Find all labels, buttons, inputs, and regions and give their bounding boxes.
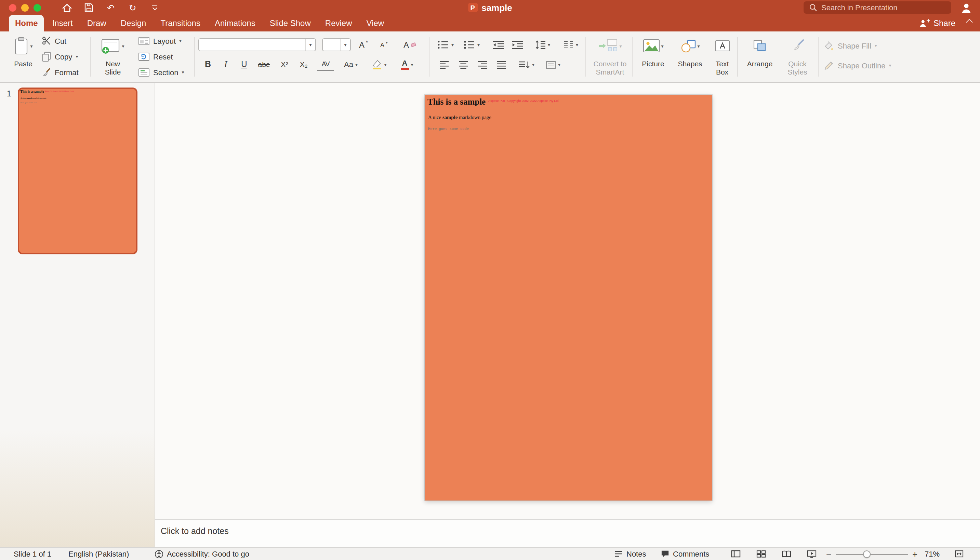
cut-button[interactable]: Cut	[41, 34, 66, 47]
bullets-button[interactable]: ▾	[438, 38, 454, 51]
notes-placeholder[interactable]: Click to add notes	[161, 527, 229, 536]
increase-font-size-button[interactable]: A▾	[359, 38, 368, 51]
zoom-out-button[interactable]: −	[826, 548, 831, 560]
font-size-dropdown-icon[interactable]: ▾	[340, 39, 350, 51]
text-box-button[interactable]: Text Box	[710, 33, 735, 80]
zoom-in-button[interactable]: +	[912, 548, 917, 560]
tab-insert[interactable]: Insert	[46, 15, 79, 32]
bold-button[interactable]: B	[202, 57, 214, 71]
pencil-icon	[823, 60, 834, 71]
home-icon[interactable]	[60, 2, 74, 14]
reading-view-button[interactable]	[782, 548, 791, 560]
clear-formatting-button[interactable]: A	[403, 38, 416, 51]
quick-styles-button[interactable]: Quick Styles	[782, 33, 812, 80]
notes-pane[interactable]: Click to add notes	[155, 519, 980, 547]
picture-dropdown-icon[interactable]: ▾	[661, 43, 663, 48]
align-center-button[interactable]	[458, 58, 468, 71]
increase-indent-button[interactable]	[512, 38, 524, 51]
redo-icon[interactable]: ↻	[126, 2, 140, 14]
notes-icon	[614, 550, 623, 558]
section-icon	[138, 67, 150, 77]
italic-button[interactable]: I	[220, 57, 231, 71]
paste-dropdown-icon[interactable]: ▾	[30, 43, 32, 48]
new-slide-dropdown-icon[interactable]: ▾	[122, 43, 124, 48]
tab-home[interactable]: Home	[9, 15, 44, 32]
align-left-button[interactable]	[439, 58, 449, 71]
subscript-button[interactable]: X₂	[297, 57, 310, 71]
tab-slide-show[interactable]: Slide Show	[263, 15, 317, 32]
status-bar: Slide 1 of 1 English (Pakistan) Accessib…	[0, 547, 980, 560]
layout-button[interactable]: Layout ▾	[138, 34, 182, 47]
paste-button[interactable]: ▾ Paste	[8, 33, 38, 80]
new-slide-button[interactable]: ▾ New Slide	[97, 33, 128, 80]
save-icon[interactable]	[82, 2, 96, 14]
numbering-button[interactable]: ▾	[464, 38, 480, 51]
tab-transitions[interactable]: Transitions	[154, 15, 207, 32]
underline-button[interactable]: U	[238, 57, 250, 71]
zoom-level[interactable]: 71%	[925, 548, 940, 560]
share-button[interactable]: Share	[918, 15, 955, 32]
slide-sorter-view-button[interactable]	[757, 548, 766, 560]
customize-toolbar-chevron-icon[interactable]	[148, 2, 162, 14]
tab-animations[interactable]: Animations	[208, 15, 262, 32]
superscript-button[interactable]: X²	[278, 57, 291, 71]
character-spacing-button[interactable]: AV	[317, 57, 334, 71]
shapes-dropdown-icon[interactable]: ▾	[697, 43, 700, 48]
comments-toggle-button[interactable]: Comments	[661, 548, 709, 560]
highlight-color-button[interactable]: ▾	[368, 57, 390, 71]
collapse-ribbon-icon[interactable]	[967, 20, 972, 25]
document-title: sample	[482, 2, 512, 13]
zoom-window-button[interactable]	[33, 4, 41, 11]
font-name-dropdown-icon[interactable]: ▾	[305, 39, 315, 51]
copy-button[interactable]: Copy ▾	[41, 50, 78, 63]
slide-thumbnail[interactable]: Aspose PDF. Copyright 2002-2022 Aspose P…	[18, 88, 137, 254]
fit-slide-to-window-button[interactable]	[955, 548, 963, 560]
format-painter-button[interactable]: Format	[41, 66, 78, 78]
undo-icon[interactable]: ↶	[104, 2, 118, 14]
tab-draw[interactable]: Draw	[81, 15, 112, 32]
tab-review[interactable]: Review	[319, 15, 358, 32]
notes-toggle-button[interactable]: Notes	[614, 548, 646, 560]
slideshow-view-button[interactable]	[807, 548, 817, 560]
shape-fill-button[interactable]: Shape Fill ▾	[823, 39, 877, 52]
arrange-button[interactable]: Arrange	[743, 33, 777, 80]
language-button[interactable]: English (Pakistan)	[68, 548, 129, 560]
search-input[interactable]: Search in Presentation	[803, 2, 951, 14]
font-name-select[interactable]: ▾	[198, 38, 316, 51]
normal-view-button[interactable]	[731, 548, 741, 560]
decrease-font-size-button[interactable]: A▾	[380, 38, 388, 51]
slide-title-text[interactable]: This is a sample	[427, 97, 485, 107]
change-case-button[interactable]: Aa▾	[340, 57, 361, 71]
columns-button[interactable]: ▾	[563, 38, 578, 51]
strikethrough-button[interactable]: abe	[256, 57, 272, 71]
slide-body-text[interactable]: A nice sample markdown page	[428, 114, 492, 120]
align-text-button[interactable]: ▾	[546, 58, 560, 71]
shape-outline-button[interactable]: Shape Outline ▾	[823, 59, 891, 72]
font-size-select[interactable]: ▾	[322, 38, 351, 51]
zoom-slider-track[interactable]	[836, 554, 908, 555]
text-box-icon	[714, 39, 730, 53]
align-right-button[interactable]	[477, 58, 488, 71]
tab-view[interactable]: View	[360, 15, 390, 32]
text-direction-button[interactable]: ▾	[518, 58, 535, 71]
minimize-window-button[interactable]	[21, 4, 29, 11]
search-icon	[809, 3, 817, 12]
slide-code-text[interactable]: Here goes some code	[428, 127, 469, 131]
accessibility-status[interactable]: Accessibility: Good to go	[155, 548, 249, 560]
section-button[interactable]: Section ▾	[138, 66, 184, 78]
convert-to-smartart-button[interactable]: ▾ Convert to SmartArt	[588, 33, 632, 80]
outdent-icon	[492, 40, 505, 49]
zoom-slider-thumb[interactable]	[863, 550, 871, 558]
picture-button[interactable]: ▾ Picture	[637, 33, 669, 80]
tab-design[interactable]: Design	[115, 15, 153, 32]
slide[interactable]: Aspose PDF. Copyright 2002-2022 Aspose P…	[425, 95, 712, 500]
decrease-indent-button[interactable]	[492, 38, 505, 51]
close-window-button[interactable]	[9, 4, 17, 11]
font-color-button[interactable]: A ▾	[397, 57, 417, 71]
justify-button[interactable]	[497, 58, 507, 71]
account-avatar[interactable]	[960, 2, 972, 14]
shapes-button[interactable]: ▾ Shapes	[674, 33, 706, 80]
line-spacing-button[interactable]: ▾	[535, 38, 550, 51]
copy-dropdown-icon[interactable]: ▾	[75, 54, 78, 59]
reset-button[interactable]: Reset	[138, 50, 173, 63]
